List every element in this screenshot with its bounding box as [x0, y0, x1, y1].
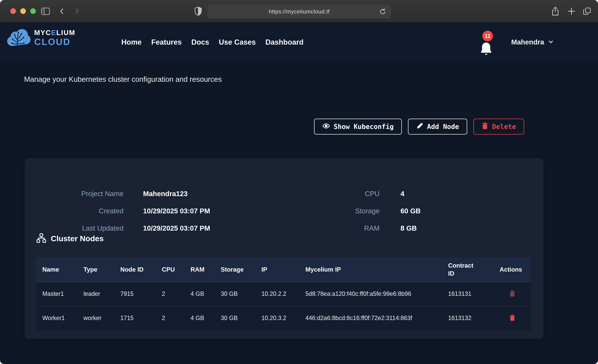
info-project-name: Project Name Mahendra123 [41, 190, 188, 198]
brand-line1: MYCELIUM [34, 29, 75, 36]
sidebar-toggle-icon[interactable] [41, 6, 50, 17]
bell-icon [479, 41, 493, 57]
reload-icon[interactable] [379, 8, 387, 16]
tab-overview-icon[interactable] [582, 6, 592, 17]
forward-icon[interactable] [73, 6, 80, 17]
page-subtitle: Manage your Kubernetes cluster configura… [24, 75, 222, 83]
chevron-down-icon [548, 39, 554, 46]
nav-link-home[interactable]: Home [121, 38, 141, 46]
user-menu[interactable]: Mahendra [511, 22, 554, 62]
minimize-window-button[interactable] [20, 8, 26, 14]
browser-toolbar: https://myceliumcloud.tf [0, 0, 598, 22]
zoom-window-button[interactable] [30, 8, 36, 14]
pencil-icon [416, 122, 424, 131]
add-node-button[interactable]: Add Node [408, 119, 467, 134]
cluster-detail-card: Project Name Mahendra123 Created 10/29/2… [25, 158, 544, 339]
close-window-button[interactable] [10, 8, 16, 14]
nav-link-use-cases[interactable]: Use Cases [219, 38, 256, 46]
table-row: Master1 leader 7915 2 4 GB 30 GB 10.20.2… [36, 282, 531, 306]
info-created: Created 10/29/2025 03:07 PM [41, 207, 210, 215]
nav-link-features[interactable]: Features [151, 38, 182, 46]
table-row: Worker1 worker 1715 2 4 GB 30 GB 10.20.3… [36, 306, 531, 330]
new-tab-icon[interactable] [567, 6, 576, 17]
cluster-nodes-table: Name Type Node ID CPU RAM Storage IP Myc… [36, 257, 531, 330]
notification-badge: 11 [482, 31, 493, 41]
user-name: Mahendra [511, 38, 544, 46]
notifications-button[interactable]: 11 [478, 31, 498, 57]
info-cpu: CPU 4 [320, 190, 404, 198]
trash-icon [482, 122, 489, 131]
browser-window: https://myceliumcloud.tf [0, 0, 598, 364]
site-navbar: MYCELIUM CLOUD Home Features Docs Use Ca… [0, 22, 598, 62]
brand-logo[interactable]: MYCELIUM CLOUD [6, 27, 75, 48]
mycelium-cloud-logo-icon [6, 27, 31, 48]
page-content: Mahendra123 Mahendra123 Manage your Kube… [0, 22, 598, 364]
delete-node-button[interactable] [509, 314, 515, 322]
cluster-actions: Show Kubeconfig Add Node Delete [314, 119, 524, 134]
nav-links: Home Features Docs Use Cases Dashboard [121, 22, 304, 62]
privacy-shield-icon[interactable] [194, 6, 202, 17]
show-kubeconfig-button[interactable]: Show Kubeconfig [314, 119, 402, 134]
back-icon[interactable] [58, 6, 66, 17]
nav-link-dashboard[interactable]: Dashboard [266, 38, 304, 46]
info-ram: RAM 8 GB [320, 224, 417, 232]
delete-cluster-button[interactable]: Delete [473, 119, 524, 134]
nav-link-docs[interactable]: Docs [191, 38, 209, 46]
share-icon[interactable] [551, 6, 560, 17]
info-storage: Storage 60 GB [320, 207, 421, 215]
address-bar[interactable]: https://myceliumcloud.tf [208, 4, 391, 18]
info-last-updated: Last Updated 10/29/2025 03:07 PM [41, 224, 210, 232]
url-text: https://myceliumcloud.tf [269, 8, 330, 15]
cluster-nodes-heading: Cluster Nodes [36, 233, 104, 244]
delete-node-button[interactable] [509, 290, 515, 298]
network-icon [36, 233, 46, 244]
brand-line2: CLOUD [34, 37, 75, 46]
eye-icon [322, 122, 330, 131]
table-header-row: Name Type Node ID CPU RAM Storage IP Myc… [36, 257, 531, 282]
